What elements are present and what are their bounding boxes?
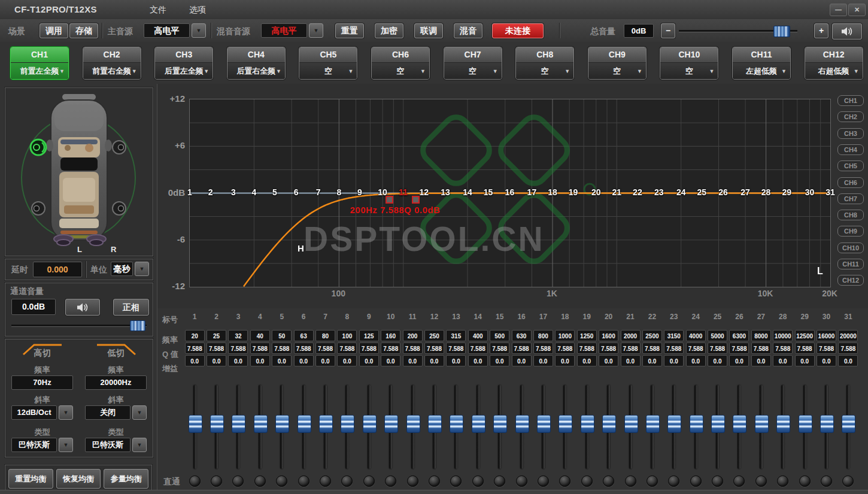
eq-slider-track-27[interactable] bbox=[760, 385, 763, 469]
graph-channel-button-ch3[interactable]: CH3 bbox=[837, 128, 864, 139]
eq-slider-track-18[interactable] bbox=[563, 385, 566, 469]
bypass-knob-5[interactable] bbox=[276, 475, 287, 487]
eq-slider-handle-1[interactable] bbox=[189, 415, 202, 433]
band-freq-23[interactable]: 3150 bbox=[664, 330, 684, 341]
highcut-slope-value[interactable]: 12dB/Oct bbox=[11, 405, 57, 420]
eq-band-handle-9[interactable]: 9 bbox=[353, 187, 366, 197]
minimize-button[interactable]: — bbox=[830, 4, 847, 16]
band-gain-6[interactable]: 0.0 bbox=[294, 355, 314, 366]
eq-band-handle-13[interactable]: 13 bbox=[439, 187, 452, 197]
band-q-28[interactable]: 7.588 bbox=[773, 343, 793, 354]
highcut-slope-dropdown[interactable]: 12dB/Oct ▼ bbox=[11, 405, 73, 420]
eq-slider-track-11[interactable] bbox=[411, 385, 414, 469]
band-q-23[interactable]: 7.588 bbox=[664, 343, 684, 354]
bypass-knob-22[interactable] bbox=[647, 475, 658, 487]
graph-channel-button-ch12[interactable]: CH12 bbox=[837, 275, 864, 286]
connection-status-button[interactable]: 未连接 bbox=[492, 23, 544, 38]
chevron-down-icon[interactable]: ▼ bbox=[135, 262, 149, 276]
band-freq-29[interactable]: 12500 bbox=[795, 330, 815, 341]
speaker-rear-right-icon[interactable] bbox=[113, 202, 126, 215]
band-freq-10[interactable]: 160 bbox=[381, 330, 400, 341]
band-q-17[interactable]: 7.588 bbox=[533, 343, 553, 354]
volume-plus-button[interactable]: + bbox=[814, 23, 828, 38]
band-q-30[interactable]: 7.588 bbox=[817, 343, 836, 354]
lowcut-slope-value[interactable]: 关闭 bbox=[85, 405, 130, 420]
band-gain-16[interactable]: 0.0 bbox=[512, 355, 532, 366]
band-gain-25[interactable]: 0.0 bbox=[708, 355, 727, 366]
eq-slider-track-30[interactable] bbox=[825, 385, 828, 469]
speaker-front-right-icon[interactable] bbox=[113, 141, 126, 154]
eq-band-handle-30[interactable]: 30 bbox=[803, 187, 816, 197]
eq-slider-handle-4[interactable] bbox=[254, 415, 268, 433]
eq-band-handle-28[interactable]: 28 bbox=[760, 187, 773, 197]
main-source-value[interactable]: 高电平 bbox=[144, 23, 190, 38]
subwoofer-left-icon[interactable] bbox=[54, 235, 73, 246]
eq-slider-track-20[interactable] bbox=[607, 385, 610, 469]
eq-slider-handle-15[interactable] bbox=[493, 415, 507, 433]
channel-source-dropdown-ch11[interactable]: 左超低频▼ bbox=[733, 63, 790, 79]
band-freq-30[interactable]: 16000 bbox=[817, 330, 836, 341]
bypass-knob-6[interactable] bbox=[298, 475, 309, 487]
band-q-2[interactable]: 7.588 bbox=[207, 343, 226, 354]
channel-tab-ch10[interactable]: CH10空▼ bbox=[660, 47, 718, 80]
band-gain-3[interactable]: 0.0 bbox=[228, 355, 248, 366]
bypass-knob-3[interactable] bbox=[232, 475, 244, 487]
eq-band-handle-29[interactable]: 29 bbox=[780, 187, 793, 197]
bypass-knob-29[interactable] bbox=[799, 475, 811, 487]
graph-channel-button-ch2[interactable]: CH2 bbox=[837, 111, 864, 122]
band-freq-17[interactable]: 800 bbox=[533, 330, 553, 341]
bypass-knob-10[interactable] bbox=[385, 475, 396, 487]
bypass-knob-26[interactable] bbox=[733, 475, 745, 487]
eq-slider-track-31[interactable] bbox=[846, 385, 849, 469]
channel-tab-ch8[interactable]: CH8空▼ bbox=[515, 47, 574, 80]
master-volume-value[interactable]: 0dB bbox=[624, 24, 654, 38]
eq-band-handle-4[interactable]: 4 bbox=[247, 187, 260, 197]
menu-file[interactable]: 文件 bbox=[150, 5, 166, 16]
channel-source-dropdown-ch8[interactable]: 空▼ bbox=[516, 63, 573, 79]
band-freq-1[interactable]: 20 bbox=[185, 330, 205, 341]
band-q-22[interactable]: 7.588 bbox=[642, 343, 662, 354]
band-gain-12[interactable]: 0.0 bbox=[424, 355, 444, 366]
phase-button[interactable]: 正相 bbox=[113, 299, 149, 316]
eq-slider-track-5[interactable] bbox=[280, 385, 283, 469]
mix-button[interactable]: 混音 bbox=[454, 23, 482, 38]
channel-tab-ch3[interactable]: CH3后置左全频▼ bbox=[154, 47, 213, 80]
eq-slider-track-3[interactable] bbox=[236, 385, 239, 469]
channel-tab-ch4[interactable]: CH4后置右全频▼ bbox=[227, 47, 286, 80]
channel-tab-ch7[interactable]: CH7空▼ bbox=[444, 47, 502, 80]
eq-slider-track-13[interactable] bbox=[454, 385, 457, 469]
eq-slider-handle-17[interactable] bbox=[537, 415, 551, 433]
band-gain-18[interactable]: 0.0 bbox=[555, 355, 575, 366]
channel-tab-ch1[interactable]: CH1前置左全频▼ bbox=[10, 47, 69, 80]
bypass-knob-27[interactable] bbox=[755, 475, 767, 487]
bypass-knob-20[interactable] bbox=[603, 475, 614, 487]
eq-slider-track-15[interactable] bbox=[498, 385, 501, 469]
band-gain-8[interactable]: 0.0 bbox=[337, 355, 357, 366]
band-q-19[interactable]: 7.588 bbox=[577, 343, 597, 354]
band-freq-14[interactable]: 400 bbox=[468, 330, 488, 341]
band-gain-11[interactable]: 0.0 bbox=[403, 355, 423, 366]
encrypt-button[interactable]: 加密 bbox=[375, 23, 403, 38]
channel-volume-value[interactable]: 0.0dB bbox=[11, 299, 56, 315]
channel-tab-ch9[interactable]: CH9空▼ bbox=[588, 47, 647, 80]
unit-dropdown[interactable]: 毫秒 ▼ bbox=[111, 262, 149, 276]
bypass-knob-15[interactable] bbox=[494, 475, 505, 487]
graph-channel-button-ch1[interactable]: CH1 bbox=[837, 95, 864, 106]
band-freq-22[interactable]: 2500 bbox=[642, 330, 662, 341]
delay-value-field[interactable]: 0.000 bbox=[33, 262, 82, 277]
mix-source-value[interactable]: 高电平 bbox=[261, 23, 307, 38]
highcut-type-value[interactable]: 巴特沃斯 bbox=[11, 438, 57, 452]
speaker-front-left-icon[interactable] bbox=[31, 140, 46, 155]
band-freq-26[interactable]: 6300 bbox=[729, 330, 749, 341]
band-q-31[interactable]: 7.588 bbox=[838, 343, 858, 354]
chevron-down-icon[interactable]: ▼ bbox=[132, 438, 147, 452]
channel-tab-ch5[interactable]: CH5空▼ bbox=[299, 47, 357, 80]
band-freq-21[interactable]: 2000 bbox=[621, 330, 641, 341]
eq-band-handle-22[interactable]: 22 bbox=[631, 187, 644, 197]
main-source-dropdown[interactable]: 高电平 ▼ bbox=[144, 23, 206, 38]
eq-band-handle-7[interactable]: 7 bbox=[312, 187, 325, 197]
band-freq-27[interactable]: 8000 bbox=[751, 330, 771, 341]
graph-channel-button-ch9[interactable]: CH9 bbox=[837, 226, 864, 237]
band-gain-23[interactable]: 0.0 bbox=[664, 355, 684, 366]
band-q-9[interactable]: 7.588 bbox=[359, 343, 379, 354]
